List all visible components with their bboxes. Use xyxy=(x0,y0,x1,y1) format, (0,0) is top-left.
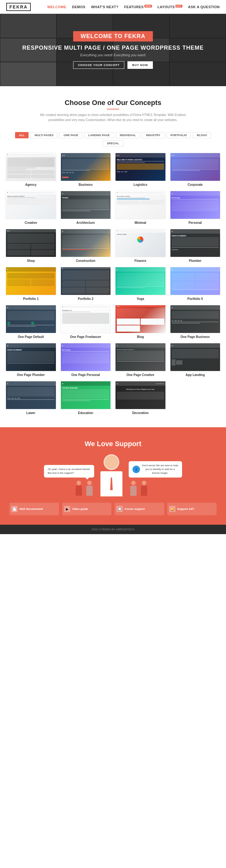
filter-blogs[interactable]: BLOGS xyxy=(193,132,211,138)
concept-lawer[interactable]: 5.5k 104 45 943 Lawer xyxy=(6,381,56,415)
nav-welcome[interactable]: WELCOME xyxy=(47,5,66,9)
thumb-line xyxy=(62,169,110,169)
concept-construction[interactable]: Construction xyxy=(61,229,111,262)
filter-special[interactable]: SPECIAL xyxy=(103,140,123,147)
filter-multi-pages[interactable]: MULTI PAGES xyxy=(31,132,58,138)
support-mini-people xyxy=(74,481,94,496)
support-person-center xyxy=(101,454,122,496)
thumb-body: 5.5k 104 45 943 xyxy=(6,386,56,409)
concept-finance[interactable]: STATISTICS ARE Finance xyxy=(115,229,166,262)
nav-welcome-link[interactable]: WELCOME xyxy=(47,5,66,9)
thumb-image xyxy=(172,237,219,246)
mini-head xyxy=(87,481,92,485)
thumb-body: 10 100 55 42 xyxy=(171,310,220,333)
thumb-body xyxy=(6,272,56,295)
filter-industry[interactable]: INDUSTRY xyxy=(142,132,164,138)
thumb-stat: 45 xyxy=(15,397,16,399)
thumb-hero-text: FEKRA PLUMBERS xyxy=(172,235,219,237)
concepts-title: Choose One of Our Concepts xyxy=(6,99,220,107)
thumb-grid xyxy=(117,200,164,205)
concept-corporate[interactable]: Corporate xyxy=(170,153,221,186)
filter-one-page[interactable]: ONE PAGE xyxy=(59,132,82,138)
thumb-grid xyxy=(172,273,219,289)
concept-onecreative[interactable]: FASTER & MORE POWERFUL One Page Creative xyxy=(115,343,166,377)
concept-portfolio5[interactable]: Portfolio 5 xyxy=(170,267,221,301)
concept-onepersonal[interactable]: Hi! I'm Sara One Page Personal xyxy=(61,343,111,377)
concept-minimal[interactable]: WELCOME TO FEKRA Minimal xyxy=(115,191,166,224)
nav-whats-next-link[interactable]: WHAT'S NEXT? xyxy=(91,5,118,9)
concept-yoga[interactable]: Yoga xyxy=(115,267,166,301)
thumb-btn xyxy=(62,177,68,178)
concept-yoga-thumb xyxy=(115,267,166,295)
support-feature-video-label: Video guide xyxy=(72,507,88,510)
thumb-body xyxy=(61,234,111,257)
nav-features[interactable]: FEATURESNEW xyxy=(124,5,152,9)
thumb-dot xyxy=(7,192,8,193)
concept-shop[interactable]: Shop xyxy=(6,229,56,262)
thumb-body: FEKRA PLUMBERS xyxy=(6,348,56,371)
thumb-header xyxy=(171,343,220,348)
thumb-image xyxy=(7,234,54,243)
concept-portfolio1[interactable]: Portfolio 1 xyxy=(6,267,56,301)
filter-all[interactable]: ALL xyxy=(15,132,29,138)
thumb-grid xyxy=(7,321,54,325)
concept-onebusiness-label: One Page Business xyxy=(181,335,210,339)
thumb-line xyxy=(7,197,35,198)
nav-whats-next[interactable]: WHAT'S NEXT? xyxy=(91,5,118,9)
thumb-body: Hi! I'm Sara xyxy=(171,195,220,219)
thumb-image xyxy=(7,157,54,167)
thumb-dot xyxy=(7,230,8,231)
concept-plumber[interactable]: FEKRA PLUMBERS ★★★★★ Plumber xyxy=(170,229,221,262)
concept-portfolio2[interactable]: Portfolio 2 xyxy=(61,267,111,301)
filter-portfolio[interactable]: PORTFOLIO xyxy=(166,132,191,138)
filter-landing-page[interactable]: LANDING PAGE xyxy=(84,132,114,138)
thumb-text: FASTER & MORE POWERFUL xyxy=(117,349,164,350)
thumb-grid-cell xyxy=(7,170,31,174)
concept-business[interactable]: 5.5k 100 50 42 Business xyxy=(61,153,111,186)
nav-demos[interactable]: DEMOS xyxy=(72,5,85,9)
support-feature-247: 🔔 Support 24/7 xyxy=(167,503,217,515)
nav-layouts[interactable]: LAYOUTSHOT xyxy=(158,5,182,9)
thumb-cell xyxy=(7,199,31,205)
thumb-image xyxy=(117,392,164,400)
concept-onebusiness[interactable]: 10 100 55 42 One Page Business xyxy=(170,305,221,339)
concepts-heading: Choose One of Our Concepts We created st… xyxy=(0,86,226,129)
concept-freelancer[interactable]: HERRAAN ELON One Page Freelancer xyxy=(61,305,111,339)
choose-concept-button[interactable]: CHOOSE YOUR CONCEPT xyxy=(73,61,124,69)
concept-applanding[interactable]: App Landing xyxy=(170,343,221,377)
concept-personal[interactable]: Hi! I'm Sara Personal xyxy=(170,191,221,224)
thumb-stat: 5.5k xyxy=(7,397,10,399)
thumb-cell xyxy=(86,280,109,287)
concept-oneplumber[interactable]: FEKRA PLUMBERS One Page Plumber xyxy=(6,343,56,377)
nav-demos-link[interactable]: DEMOS xyxy=(72,5,85,9)
thumb-stat: What xyxy=(117,171,120,173)
concept-onepage[interactable]: One Page Default xyxy=(6,305,56,339)
thumb-cell xyxy=(117,318,140,325)
nav-ask[interactable]: ASK A QUESTION xyxy=(188,5,220,9)
thumb-image xyxy=(117,351,164,360)
thumb-image xyxy=(62,270,110,280)
concept-agency[interactable]: Agency xyxy=(6,153,56,186)
concept-architecture[interactable]: TEKRA Architecture xyxy=(61,191,111,224)
thumb-body: Reshape your home, Elegance your way. xyxy=(115,386,165,409)
thumb-image xyxy=(7,351,54,362)
thumb-stat: 55 xyxy=(178,320,180,321)
filter-individual[interactable]: INDIVIDUAL xyxy=(116,132,140,138)
concept-education[interactable]: THE BEST BUILDING Education xyxy=(61,381,111,415)
thumb-image xyxy=(62,159,110,168)
concept-creative[interactable]: FASTER & MORE POWERFUL Creative xyxy=(6,191,56,224)
concept-onepersonal-label: One Page Personal xyxy=(71,373,100,377)
concept-decoration[interactable]: DECORATION Reshape your home, Elegance y… xyxy=(115,381,166,415)
nav-features-link[interactable]: FEATURESNEW xyxy=(124,5,152,9)
nav-ask-link[interactable]: ASK A QUESTION xyxy=(188,5,220,9)
thumb-line xyxy=(7,326,35,327)
concept-blog[interactable]: Blog xyxy=(115,305,166,339)
buy-now-button[interactable]: BUY NOW xyxy=(127,61,153,69)
thumb-dot xyxy=(172,269,173,270)
thumb-line xyxy=(117,162,145,163)
nav-layouts-link[interactable]: LAYOUTSHOT xyxy=(158,5,182,9)
concept-logistics[interactable]: WELCOME TO FEKRA LOGISTICS What we offer… xyxy=(115,153,166,186)
thumb-line xyxy=(117,197,145,198)
thumb-stat: 50 xyxy=(69,172,71,174)
thumb-cell xyxy=(86,287,109,293)
